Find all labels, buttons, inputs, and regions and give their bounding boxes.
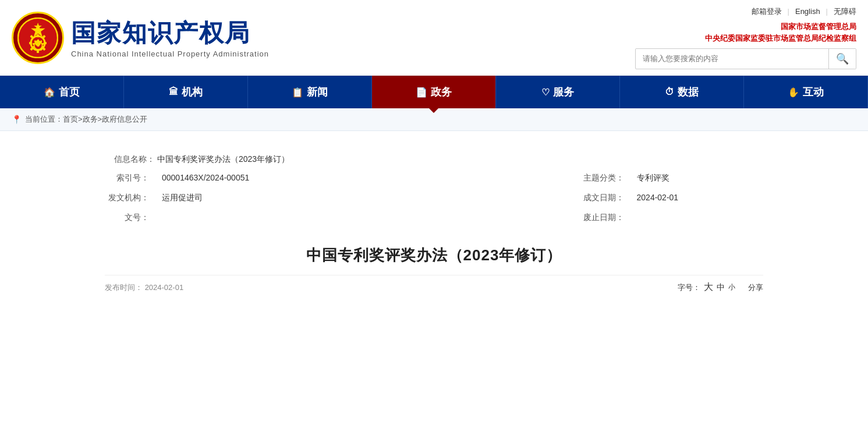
svg-rect-8 [30,34,33,38]
partner-links: 国家市场监督管理总局 中央纪委国家监委驻市场监管总局纪检监察组 [705,22,856,44]
mail-login-link[interactable]: 邮箱登录 [752,6,782,17]
nav-item-home[interactable]: 🏠 首页 [0,76,124,108]
meta-row: 发布时间： 2024-02-01 字号： 大 中 小 分享 [105,275,763,293]
gov-icon: 📄 [416,87,427,98]
publish-time-area: 发布时间： 2024-02-01 [105,282,183,293]
english-link[interactable]: English [795,7,820,16]
svg-rect-10 [30,47,33,50]
content-area: 信息名称： 中国专利奖评奖办法（2023年修订） 索引号： 00001463X/… [0,131,868,364]
svg-rect-4 [37,34,39,37]
expiry-label: 废止日期： [520,208,628,228]
partner-link-2[interactable]: 中央纪委国家监委驻市场监管总局纪检监察组 [705,33,856,44]
header-right: 邮箱登录 | English | 无障碍 国家市场监督管理总局 中央纪委国家监委… [554,6,856,69]
info-name-label: 信息名称： [114,154,155,164]
svg-point-0 [18,18,58,58]
expiry-value [628,208,763,228]
nav-label-interact: 互动 [803,85,824,99]
info-row-name: 信息名称： 中国专利奖评奖办法（2023年修订） [105,148,763,168]
nav-item-interact[interactable]: ✋ 互动 [744,76,868,108]
info-table: 信息名称： 中国专利奖评奖办法（2023年修订） 索引号： 00001463X/… [105,148,763,228]
search-button[interactable]: 🔍 [828,49,856,69]
share-label[interactable]: 分享 [748,282,763,293]
top-links: 邮箱登录 | English | 无障碍 [752,6,856,17]
nav-label-service: 服务 [553,85,574,99]
info-row-docno: 文号： 废止日期： [105,208,763,228]
docno-value [153,208,520,228]
logo-chinese-name: 国家知识产权局 [71,17,269,49]
date-value: 2024-02-01 [628,188,763,208]
nav-item-service[interactable]: ♡ 服务 [496,76,620,108]
accessibility-link[interactable]: 无障碍 [834,6,856,17]
search-input[interactable] [636,51,828,66]
data-icon: ⏱ [665,87,674,97]
info-row-org: 发文机构： 运用促进司 成文日期： 2024-02-01 [105,188,763,208]
breadcrumb: 当前位置：首页>政务>政府信息公开 [25,114,147,125]
svg-point-3 [35,40,41,46]
index-value: 00001463X/2024-00051 [153,168,520,188]
nav-label-news: 新闻 [307,85,328,99]
info-name-value: 中国专利奖评奖办法（2023年修订） [157,154,289,164]
font-label: 字号： [678,282,700,293]
news-icon: 📋 [292,87,303,98]
search-area: 🔍 [635,48,856,69]
location-icon: 📍 [12,115,22,124]
org-label: 发文机构： [105,188,153,208]
logo-english-name: China National Intellectual Property Adm… [71,49,269,58]
logo-emblem: ★ [12,12,64,64]
font-small-button[interactable]: 小 [728,282,735,292]
svg-rect-6 [29,42,32,44]
divider2: | [826,7,828,16]
theme-value: 专利评奖 [628,168,763,188]
svg-rect-9 [42,34,45,38]
service-icon: ♡ [541,87,550,98]
divider1: | [788,7,789,16]
nav-label-data: 数据 [678,85,699,99]
interact-icon: ✋ [788,87,799,98]
theme-label: 主题分类： [520,168,628,188]
nav-item-org[interactable]: 🏛 机构 [124,76,248,108]
font-size-area: 字号： 大 中 小 分享 [678,281,763,293]
nav-label-home: 首页 [59,85,80,99]
publish-time-label: 发布时间： [105,283,143,292]
info-row-index: 索引号： 00001463X/2024-00051 主题分类： 专利评奖 [105,168,763,188]
svg-rect-7 [44,42,47,44]
org-icon: 🏛 [169,87,178,97]
partner-link-1[interactable]: 国家市场监督管理总局 [781,22,856,32]
nav-item-data[interactable]: ⏱ 数据 [620,76,744,108]
svg-point-2 [31,36,45,50]
home-icon: 🏠 [44,87,55,98]
docno-label: 文号： [105,208,153,228]
font-medium-button[interactable]: 中 [717,282,725,293]
index-label: 索引号： [105,168,153,188]
font-large-button[interactable]: 大 [704,281,713,293]
nav-label-gov: 政务 [431,85,452,99]
nav-item-news[interactable]: 📋 新闻 [248,76,372,108]
org-value: 运用促进司 [153,188,520,208]
logo-text: 国家知识产权局 China National Intellectual Prop… [71,17,269,58]
svg-rect-5 [37,50,39,53]
nav-label-org: 机构 [182,85,203,99]
main-article-title: 中国专利奖评奖办法（2023年修订） [105,245,763,266]
date-label: 成文日期： [520,188,628,208]
logo-area: ★ 国家知识产权局 China National Intellectual Pr… [12,12,269,64]
svg-text:★: ★ [33,21,42,33]
header: ★ 国家知识产权局 China National Intellectual Pr… [0,0,868,76]
nav-bar: 🏠 首页 🏛 机构 📋 新闻 📄 政务 ♡ 服务 ⏱ 数据 ✋ 互动 [0,76,868,108]
nav-item-gov[interactable]: 📄 政务 [372,76,496,108]
publish-time-value: 2024-02-01 [145,283,184,292]
